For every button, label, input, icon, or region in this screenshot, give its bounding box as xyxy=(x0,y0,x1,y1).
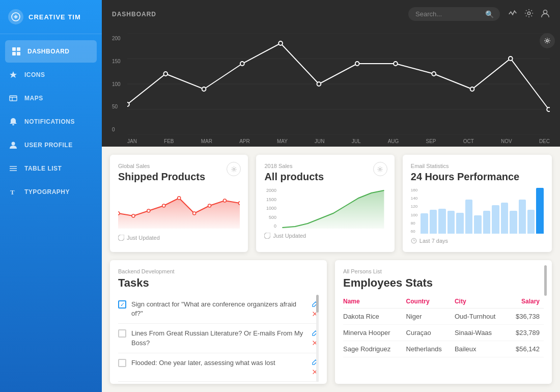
employees-scrollbar-thumb[interactable] xyxy=(544,265,547,296)
performance-bar-chart: 1601401201008060 xyxy=(411,188,544,234)
svg-point-30 xyxy=(432,72,436,76)
chart-settings-button[interactable] xyxy=(540,33,555,48)
employee-name-1: Minerva Hooper xyxy=(343,325,406,341)
x-label-may: MAY xyxy=(277,138,288,144)
bottom-section: Backend Development Tasks ✓ Sign contrac… xyxy=(102,252,560,392)
svg-point-42 xyxy=(208,204,211,207)
bar-2 xyxy=(438,209,445,234)
sidebar-item-maps[interactable]: Maps xyxy=(0,87,102,109)
sidebar-item-notifications[interactable]: Notifications xyxy=(0,110,102,133)
x-label-feb: FEB xyxy=(164,138,174,144)
x-label-aug: AUG xyxy=(388,138,399,144)
svg-point-33 xyxy=(547,107,550,111)
svg-point-32 xyxy=(509,57,513,61)
employees-label: All Persons List xyxy=(343,268,544,274)
dashboard-icon xyxy=(11,46,21,57)
settings-icon[interactable] xyxy=(524,9,534,20)
svg-point-10 xyxy=(12,142,15,146)
y-label-150: 150 xyxy=(112,59,127,64)
svg-point-41 xyxy=(193,212,196,215)
sidebar-item-label-maps: Maps xyxy=(24,95,43,102)
task-item-0: ✓ Sign contract for "What are conference… xyxy=(118,295,319,324)
svg-rect-4 xyxy=(17,52,20,55)
sidebar: CREATIVE TIM Dashboard Icons Maps Notifi… xyxy=(0,0,102,392)
user-profile-icon xyxy=(8,140,18,150)
employee-city-1: Sinaai-Waas xyxy=(455,325,510,341)
task-item-2: Flooded: One year later, assessing what … xyxy=(118,353,319,382)
user-icon[interactable] xyxy=(541,9,550,20)
svg-point-22 xyxy=(127,102,129,106)
y-label-200: 200 xyxy=(112,36,127,41)
employees-table: Name Country City Salary Dakota Rice Nig… xyxy=(343,295,544,357)
svg-point-15 xyxy=(527,12,530,14)
bar-0 xyxy=(421,213,428,234)
bar-1 xyxy=(430,210,437,234)
sidebar-item-icons[interactable]: Icons xyxy=(0,64,102,86)
bar-8 xyxy=(492,205,499,234)
svg-point-39 xyxy=(162,204,165,207)
task-text-1: Lines From Great Russian Literature? Or … xyxy=(131,329,305,347)
card-all-products: 2018 Sales All products 2000150010005000 xyxy=(256,155,394,252)
sidebar-item-table-list[interactable]: Table List xyxy=(0,157,102,180)
sidebar-item-label-notifications: Notifications xyxy=(24,118,75,125)
employee-country-2: Netherlands xyxy=(406,341,455,357)
svg-point-23 xyxy=(163,72,167,76)
employee-name-0: Dakota Rice xyxy=(343,309,406,325)
x-label-jan: JAN xyxy=(127,138,137,144)
svg-point-43 xyxy=(223,199,226,202)
allproducts-chart-labels: 2000150010005000 xyxy=(264,188,386,229)
card-shipped-footer: Just Updated xyxy=(118,235,240,241)
cards-section: Global Sales Shipped Products xyxy=(102,147,560,252)
bar-3 xyxy=(447,211,455,234)
svg-point-31 xyxy=(470,87,474,91)
col-name: Name xyxy=(343,295,406,309)
sidebar-item-typography[interactable]: T Typography xyxy=(0,181,102,203)
main-line-chart xyxy=(127,33,550,135)
x-label-oct: OCT xyxy=(463,138,474,144)
bar-10 xyxy=(510,211,517,234)
sidebar-item-label-typography: Typography xyxy=(24,188,70,195)
employee-salary-2: $56,142 xyxy=(510,341,544,357)
employee-city-2: Baileux xyxy=(455,341,510,357)
svg-point-28 xyxy=(355,62,359,66)
x-label-mar: MAR xyxy=(201,138,212,144)
x-label-nov: NOV xyxy=(501,138,512,144)
header: DASHBOARD 🔍 xyxy=(102,0,560,28)
chart-x-labels: JAN FEB MAR APR MAY JUN JUL AUG SEP OCT … xyxy=(127,137,550,147)
typography-icon: T xyxy=(8,187,18,197)
y-label-50: 50 xyxy=(112,104,127,109)
bar-6 xyxy=(474,215,481,234)
svg-marker-5 xyxy=(10,71,17,78)
svg-rect-2 xyxy=(17,47,20,51)
table-list-icon xyxy=(8,163,18,174)
task-checkbox-0[interactable]: ✓ xyxy=(118,300,126,309)
main-content: DASHBOARD 🔍 200 150 100 50 0 xyxy=(102,0,560,392)
card-allproducts-settings[interactable] xyxy=(373,162,387,176)
tasks-scrollbar-thumb[interactable] xyxy=(316,295,319,313)
task-checkbox-2[interactable] xyxy=(118,359,126,367)
x-label-jun: JUN xyxy=(315,138,324,144)
activity-icon[interactable] xyxy=(508,9,517,20)
sidebar-item-user-profile[interactable]: User Profile xyxy=(0,134,102,156)
tasks-card: Backend Development Tasks ✓ Sign contrac… xyxy=(110,260,327,384)
y-label-100: 100 xyxy=(112,81,127,87)
sidebar-logo-text: CREATIVE TIM xyxy=(29,13,81,21)
card-allproducts-footer: Just Updated xyxy=(264,233,386,239)
card-performance: Email Statistics 24 Hours Performance 16… xyxy=(403,155,552,252)
svg-point-36 xyxy=(118,212,120,215)
bar-accent xyxy=(536,188,543,234)
svg-point-34 xyxy=(546,40,548,42)
employee-salary-0: $36,738 xyxy=(510,309,544,325)
employee-name-2: Sage Rodriguez xyxy=(343,341,406,357)
card-performance-footer: Last 7 days xyxy=(411,238,544,244)
employee-salary-1: $23,789 xyxy=(510,325,544,341)
sidebar-item-dashboard[interactable]: Dashboard xyxy=(5,40,97,63)
employee-row-0: Dakota Rice Niger Oud-Turnhout $36,738 xyxy=(343,309,544,325)
svg-rect-3 xyxy=(12,52,16,55)
notifications-icon xyxy=(8,117,18,127)
search-icon: 🔍 xyxy=(485,10,494,18)
employee-country-0: Niger xyxy=(406,309,455,325)
sidebar-item-label-table-list: Table List xyxy=(24,165,62,172)
task-checkbox-1[interactable] xyxy=(118,329,126,338)
employees-card: All Persons List Employees Stats Name Co… xyxy=(335,260,552,384)
